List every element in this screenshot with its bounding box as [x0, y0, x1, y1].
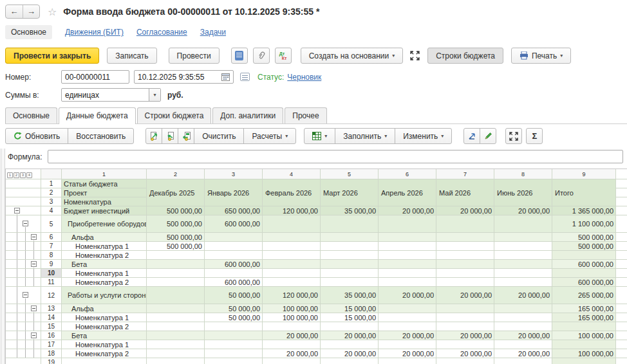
grid-cell[interactable]: 500 000,00: [147, 242, 205, 251]
row-number[interactable]: 11: [41, 278, 62, 287]
grid-cell[interactable]: [552, 251, 616, 260]
left-splitter[interactable]: [1, 149, 5, 364]
grid-cell[interactable]: 35 000,00: [321, 206, 379, 215]
grid-cell-label[interactable]: Номенклатура 1: [62, 242, 147, 251]
month-header[interactable]: Июнь 2026: [494, 179, 552, 206]
date-input[interactable]: 10.12.2025 9:35:55: [134, 70, 234, 84]
grid-cell[interactable]: [147, 331, 205, 340]
grid-cell[interactable]: [379, 242, 436, 251]
row-number[interactable]: 7: [41, 242, 62, 251]
grid-cell[interactable]: [494, 340, 552, 349]
grid-cell-label[interactable]: Приобретение оборудования: [62, 215, 147, 233]
register-records-button[interactable]: [231, 48, 248, 64]
grid-cell-label[interactable]: Номенклатура 2: [62, 322, 147, 331]
grid-cell[interactable]: [436, 322, 494, 331]
grid-cell[interactable]: [379, 233, 436, 242]
collapse-group-icon[interactable]: [31, 234, 37, 240]
grid-cell[interactable]: 20 000,00: [436, 349, 494, 358]
grid-cell[interactable]: 600 000,00: [205, 278, 263, 287]
grid-cell[interactable]: 20 000,00: [263, 349, 321, 358]
grid-cell[interactable]: [379, 215, 436, 233]
grid-cell-label[interactable]: [62, 358, 147, 364]
grid-cell[interactable]: [147, 358, 205, 364]
grid-cell-label[interactable]: Альфа: [62, 233, 147, 242]
row-number[interactable]: 13: [41, 304, 62, 313]
grid-cell[interactable]: 100 000,00: [552, 349, 616, 358]
row-number[interactable]: 6: [41, 233, 62, 242]
month-header[interactable]: Декабрь 2025: [147, 179, 205, 206]
grid-cell[interactable]: [321, 242, 379, 251]
grid-cell[interactable]: [321, 233, 379, 242]
column-header-6[interactable]: 6: [379, 169, 436, 179]
grid-cell[interactable]: [205, 233, 263, 242]
grid-cell[interactable]: [263, 233, 321, 242]
grid-cell[interactable]: [263, 340, 321, 349]
sums-in-select[interactable]: единицах ▾: [61, 88, 161, 102]
tab-prochee[interactable]: Прочее: [285, 107, 326, 123]
grid-cell[interactable]: [379, 251, 436, 260]
grid-cell[interactable]: 500 000,00: [147, 215, 205, 233]
grid-cell[interactable]: 20 000,00: [436, 331, 494, 340]
grid-cell[interactable]: [494, 358, 552, 364]
row-number[interactable]: 16: [41, 331, 62, 340]
row-number[interactable]: 12: [41, 287, 62, 304]
grid-cell[interactable]: [263, 278, 321, 287]
row-number[interactable]: 15: [41, 322, 62, 331]
grid-cell[interactable]: 20 000,00: [263, 331, 321, 340]
grid-cell[interactable]: [321, 340, 379, 349]
grid-cell[interactable]: [263, 322, 321, 331]
budget-grid[interactable]: 12341234567891Статьи бюджетаДекабрь 2025…: [5, 168, 627, 364]
grid-cell[interactable]: [147, 269, 205, 278]
month-header[interactable]: Февраль 2026: [263, 179, 321, 206]
grid-cell[interactable]: 650 000,00: [205, 206, 263, 215]
grid-cell[interactable]: [147, 313, 205, 322]
collapse-group-icon[interactable]: [31, 332, 37, 338]
tab-osnovnye[interactable]: Основные: [5, 107, 57, 123]
change-button[interactable]: Изменить▾: [395, 128, 452, 144]
grid-cell[interactable]: [494, 278, 552, 287]
grid-cell[interactable]: 20 000,00: [436, 287, 494, 304]
grid-cell[interactable]: 165 000,00: [552, 313, 616, 322]
clear-button[interactable]: Очистить: [194, 128, 244, 144]
print-button[interactable]: Печать▾: [511, 48, 571, 64]
grid-cell[interactable]: [321, 260, 379, 269]
grid-cell[interactable]: 20 000,00: [321, 331, 379, 340]
grid-cell[interactable]: 35 000,00: [321, 287, 379, 304]
grid-cell[interactable]: 15 000,00: [321, 304, 379, 313]
grid-cell[interactable]: [147, 349, 205, 358]
grid-cell[interactable]: 100 000,00: [263, 304, 321, 313]
grid-cell[interactable]: [379, 313, 436, 322]
grid-cell-label[interactable]: Бета: [62, 260, 147, 269]
dropdown-button[interactable]: ▾: [149, 89, 160, 101]
grid-cell[interactable]: [321, 358, 379, 364]
grid-cell[interactable]: [494, 251, 552, 260]
grid-cell[interactable]: 600 000,00: [205, 260, 263, 269]
row-number[interactable]: 9: [41, 260, 62, 269]
grid-cell-label[interactable]: Номенклатура 1: [62, 269, 147, 278]
row-number[interactable]: 8: [41, 251, 62, 260]
refresh-button[interactable]: Обновить: [5, 128, 68, 144]
grid-cell-label[interactable]: Номенклатура 2: [62, 278, 147, 287]
grid-cell[interactable]: [379, 304, 436, 313]
total-column-header[interactable]: Итого: [552, 179, 616, 206]
grid-cell[interactable]: [205, 349, 263, 358]
column-header-8[interactable]: 8: [494, 169, 552, 179]
grid-cell[interactable]: [263, 358, 321, 364]
fullscreen-button[interactable]: [407, 48, 422, 64]
grid-cell[interactable]: [147, 322, 205, 331]
forward-icon[interactable]: →: [23, 5, 39, 18]
row-number[interactable]: 3: [41, 197, 62, 206]
grid-cell[interactable]: 500 000,00: [147, 233, 205, 242]
edit-cell-button[interactable]: [480, 128, 496, 144]
debit-credit-button[interactable]: ДтКт: [275, 48, 292, 64]
grid-cell[interactable]: [379, 269, 436, 278]
row-number[interactable]: 1: [41, 179, 62, 188]
load-from-template-button[interactable]: [178, 128, 194, 144]
grid-cell-label[interactable]: Работы и услуги сторонних оргнизация: [62, 287, 147, 304]
attachments-button[interactable]: [253, 48, 270, 64]
level-1-button[interactable]: 1: [7, 172, 13, 178]
month-header[interactable]: Апрель 2026: [379, 179, 436, 206]
row-number[interactable]: 18: [41, 349, 62, 358]
grid-cell[interactable]: [436, 260, 494, 269]
grid-cell[interactable]: [379, 340, 436, 349]
